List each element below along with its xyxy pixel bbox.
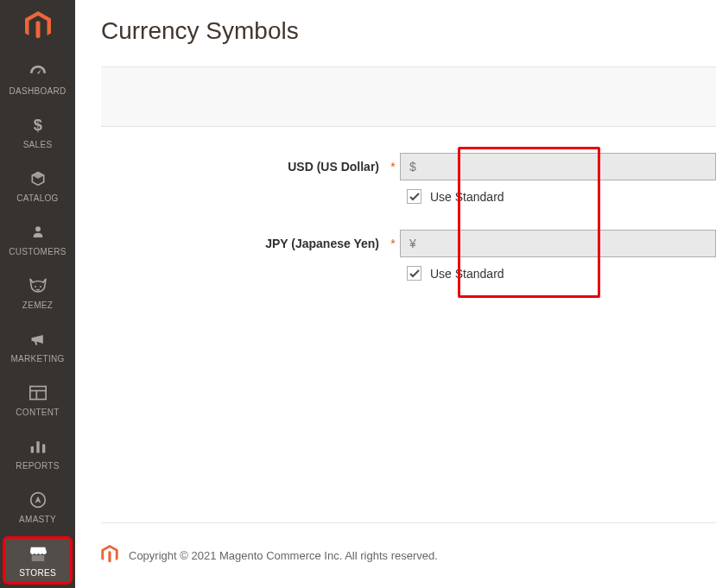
cube-icon — [29, 168, 47, 189]
use-standard-label[interactable]: Use Standard — [430, 267, 504, 281]
page-title: Currency Symbols — [75, 0, 716, 66]
sidebar-item-stores[interactable]: STORES — [5, 539, 70, 582]
bar-chart-icon — [29, 436, 47, 457]
check-icon — [409, 193, 420, 201]
use-standard-checkbox-jpy[interactable] — [407, 266, 421, 281]
magento-footer-logo — [101, 545, 118, 566]
sidebar-item-label: CATALOG — [16, 193, 58, 203]
currency-symbol-input-jpy[interactable] — [400, 230, 716, 257]
sidebar-item-label: CUSTOMERS — [9, 247, 66, 256]
currency-row-usd: USD (US Dollar) * — [101, 153, 716, 180]
svg-text:$: $ — [33, 117, 41, 134]
required-asterisk: * — [386, 160, 400, 174]
use-standard-label[interactable]: Use Standard — [430, 190, 504, 204]
dashboard-icon — [29, 61, 48, 82]
currency-label: JPY (Japanese Yen) — [101, 237, 386, 250]
sidebar-item-label: SALES — [23, 140, 53, 149]
svg-rect-8 — [36, 441, 39, 452]
sidebar-item-label: DASHBOARD — [9, 86, 66, 96]
person-icon — [30, 222, 46, 243]
page-toolbar — [101, 66, 716, 127]
currency-form: USD (US Dollar) * Use Standard JPY (Japa… — [75, 153, 716, 522]
svg-point-1 — [35, 226, 41, 231]
admin-sidebar: DASHBOARD $ SALES CATALOG CUSTOMERS ZEME… — [0, 0, 75, 588]
sidebar-item-label: CONTENT — [16, 408, 59, 417]
sidebar-item-content[interactable]: CONTENT — [0, 373, 75, 427]
magento-logo-icon — [101, 545, 118, 564]
sidebar-item-zemez[interactable]: ZEMEZ — [0, 266, 75, 319]
use-standard-row-jpy: Use Standard — [101, 266, 716, 281]
sidebar-item-catalog[interactable]: CATALOG — [0, 159, 75, 212]
megaphone-icon — [29, 329, 48, 350]
cat-icon — [28, 275, 48, 296]
sidebar-item-label: STORES — [19, 568, 56, 578]
svg-point-2 — [35, 286, 36, 288]
sidebar-item-customers[interactable]: CUSTOMERS — [0, 212, 75, 266]
currency-row-jpy: JPY (Japanese Yen) * — [101, 230, 716, 257]
required-asterisk: * — [386, 237, 400, 250]
store-icon — [29, 543, 48, 564]
svg-rect-7 — [30, 446, 33, 453]
sidebar-item-label: MARKETING — [10, 354, 64, 364]
magento-logo[interactable] — [0, 0, 75, 52]
amasty-icon — [29, 490, 47, 510]
sidebar-item-amasty[interactable]: AMASTY — [0, 480, 75, 534]
sidebar-item-marketing[interactable]: MARKETING — [0, 319, 75, 373]
page-main: Currency Symbols USD (US Dollar) * Use S… — [75, 0, 716, 588]
sidebar-item-label: AMASTY — [19, 515, 56, 524]
sidebar-item-reports[interactable]: REPORTS — [0, 427, 75, 480]
sidebar-item-dashboard[interactable]: DASHBOARD — [0, 52, 75, 105]
dollar-icon: $ — [29, 115, 47, 136]
copyright-text: Copyright © 2021 Magento Commerce Inc. A… — [129, 549, 438, 562]
check-icon — [409, 269, 420, 278]
use-standard-row-usd: Use Standard — [101, 189, 716, 204]
sidebar-item-label: REPORTS — [16, 461, 59, 471]
svg-rect-4 — [29, 387, 45, 400]
currency-symbol-input-usd[interactable] — [400, 153, 716, 180]
layout-icon — [29, 383, 47, 403]
page-footer: Copyright © 2021 Magento Commerce Inc. A… — [101, 522, 716, 588]
svg-point-3 — [40, 286, 41, 288]
use-standard-checkbox-usd[interactable] — [407, 189, 421, 204]
currency-label: USD (US Dollar) — [101, 160, 386, 174]
magento-logo-icon — [25, 11, 51, 41]
svg-rect-9 — [42, 445, 45, 453]
sidebar-item-label: ZEMEZ — [22, 300, 53, 310]
sidebar-item-sales[interactable]: $ SALES — [0, 105, 75, 159]
